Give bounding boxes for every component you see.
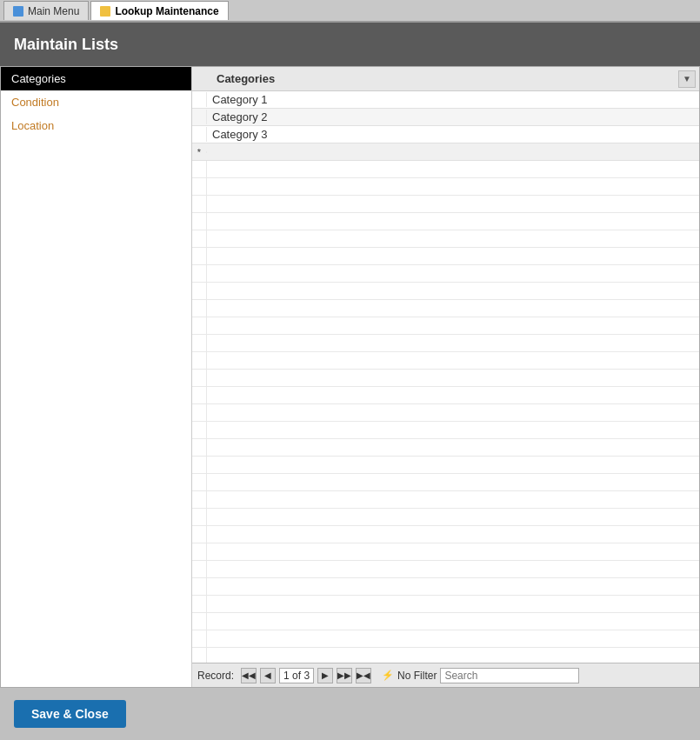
nav-last-button[interactable]: ▶▶ bbox=[337, 668, 352, 683]
sidebar-item-categories[interactable]: Categories bbox=[1, 67, 191, 90]
table-row[interactable]: Category 2 bbox=[192, 109, 699, 126]
right-panel: Categories ▼ Category 1 Category 2 Categ… bbox=[192, 67, 699, 687]
empty-row bbox=[192, 457, 699, 474]
nav-end-button[interactable]: ▶◀ bbox=[356, 668, 371, 683]
lookup-maintenance-icon bbox=[100, 6, 110, 17]
empty-row bbox=[192, 370, 699, 387]
empty-row bbox=[192, 474, 699, 491]
new-row-cell[interactable] bbox=[206, 151, 699, 153]
main-menu-icon bbox=[13, 6, 23, 17]
filter-label: No Filter bbox=[397, 670, 437, 682]
nav-record-display[interactable]: 1 of 3 bbox=[279, 668, 314, 683]
new-row-indicator: * bbox=[192, 147, 206, 157]
empty-row bbox=[192, 196, 699, 213]
grid-cell[interactable]: Category 1 bbox=[206, 92, 699, 107]
nav-bar: Record: ◀◀ ◀ 1 of 3 ▶ ▶▶ ▶◀ ⚡ No Filter bbox=[192, 663, 699, 687]
search-input[interactable] bbox=[440, 668, 579, 683]
empty-row bbox=[192, 265, 699, 283]
empty-row bbox=[192, 352, 699, 370]
empty-row bbox=[192, 161, 699, 178]
empty-row bbox=[192, 213, 699, 230]
nav-first-button[interactable]: ◀◀ bbox=[241, 668, 257, 683]
sidebar-item-condition[interactable]: Condition bbox=[1, 90, 191, 114]
empty-row bbox=[192, 526, 699, 543]
table-row[interactable]: Category 1 bbox=[192, 91, 699, 109]
empty-row bbox=[192, 387, 699, 404]
empty-row bbox=[192, 561, 699, 578]
sidebar-item-location[interactable]: Location bbox=[1, 114, 191, 137]
tab-main-menu[interactable]: Main Menu bbox=[3, 1, 89, 20]
tab-lookup-maintenance[interactable]: Lookup Maintenance bbox=[90, 1, 228, 20]
grid-body: Category 1 Category 2 Category 3 * bbox=[192, 91, 699, 663]
main-content: Categories Condition Location Categories… bbox=[0, 66, 700, 688]
nav-next-button[interactable]: ▶ bbox=[317, 668, 333, 683]
empty-row bbox=[192, 317, 699, 335]
table-row[interactable]: Category 3 bbox=[192, 126, 699, 143]
grid-header: Categories ▼ bbox=[192, 67, 699, 91]
empty-row bbox=[192, 178, 699, 196]
empty-row bbox=[192, 335, 699, 352]
grid-column-header: Categories bbox=[210, 72, 678, 85]
record-label: Record: bbox=[197, 670, 234, 682]
empty-row bbox=[192, 648, 699, 663]
empty-row bbox=[192, 596, 699, 613]
tab-lookup-maintenance-label: Lookup Maintenance bbox=[115, 5, 218, 17]
nav-filter: ⚡ No Filter bbox=[382, 670, 437, 682]
nav-prev-button[interactable]: ◀ bbox=[260, 668, 276, 683]
filter-icon: ⚡ bbox=[382, 670, 394, 681]
empty-row bbox=[192, 630, 699, 648]
grid-cell[interactable]: Category 3 bbox=[206, 127, 699, 142]
footer-bar: Save & Close bbox=[0, 688, 700, 740]
empty-row bbox=[192, 578, 699, 596]
tab-bar: Main Menu Lookup Maintenance bbox=[0, 0, 700, 23]
grid-cell[interactable]: Category 2 bbox=[206, 110, 699, 124]
empty-row bbox=[192, 439, 699, 457]
empty-row bbox=[192, 230, 699, 248]
tab-main-menu-label: Main Menu bbox=[28, 5, 79, 17]
empty-rows bbox=[192, 161, 699, 663]
save-close-button[interactable]: Save & Close bbox=[14, 700, 126, 728]
grid-dropdown-button[interactable]: ▼ bbox=[678, 70, 696, 88]
empty-row bbox=[192, 543, 699, 561]
empty-row bbox=[192, 248, 699, 265]
empty-row bbox=[192, 283, 699, 300]
empty-row bbox=[192, 300, 699, 317]
empty-row bbox=[192, 491, 699, 509]
empty-row bbox=[192, 422, 699, 439]
sidebar: Categories Condition Location bbox=[1, 67, 192, 687]
empty-row bbox=[192, 613, 699, 630]
page-header: Maintain Lists bbox=[0, 23, 700, 66]
page-title: Maintain Lists bbox=[14, 36, 118, 54]
empty-row bbox=[192, 404, 699, 422]
new-row[interactable]: * bbox=[192, 143, 699, 161]
empty-row bbox=[192, 509, 699, 526]
